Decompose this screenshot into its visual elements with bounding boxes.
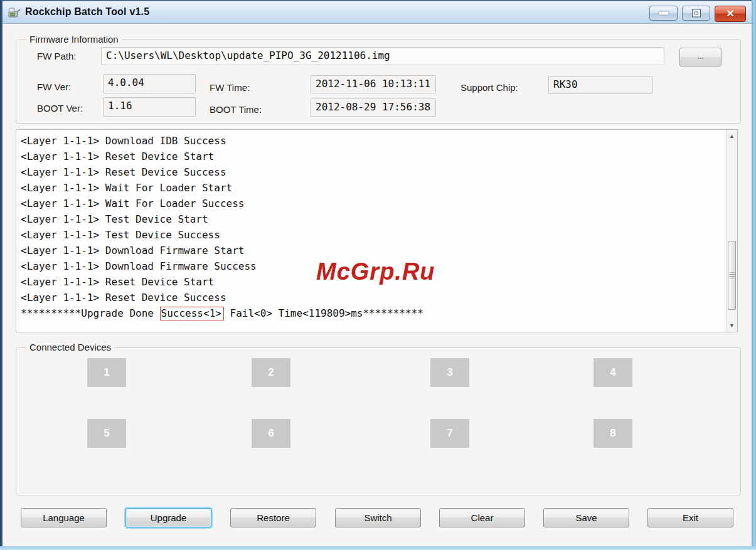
fw-ver-label: FW Ver: (37, 82, 71, 92)
device-slot: 8 (594, 419, 632, 448)
window-frame-left (0, 0, 3, 550)
device-slot: 7 (430, 419, 469, 448)
log-scrollbar[interactable]: ▲ ▼ (726, 130, 737, 332)
app-icon (8, 6, 21, 19)
device-slot: 3 (430, 358, 469, 387)
device-slot: 2 (252, 358, 290, 387)
support-chip-field[interactable]: RK30 (548, 76, 652, 94)
summary-success-highlight: Success<1> (160, 307, 224, 320)
log-output[interactable]: <Layer 1-1-1> Download IDB Success<Layer… (16, 129, 738, 332)
window-frame-right (752, 0, 756, 550)
log-line: <Layer 1-1-1> Download Firmware Start (21, 243, 722, 258)
log-line: <Layer 1-1-1> Wait For Loader Success (21, 196, 722, 211)
scroll-down-icon[interactable]: ▼ (727, 319, 737, 332)
minimize-icon (658, 11, 669, 16)
window-title: Rockchip Batch Tool v1.5 (25, 6, 149, 18)
boot-time-field[interactable]: 2012-08-29 17:56:38 (311, 98, 436, 117)
log-line: <Layer 1-1-1> Test Device Success (21, 227, 722, 243)
scroll-up-icon[interactable]: ▲ (727, 130, 737, 142)
support-chip-label: Support Chip: (461, 82, 518, 93)
log-line: <Layer 1-1-1> Reset Device Success (21, 164, 722, 180)
browse-button[interactable]: ... (679, 48, 721, 66)
connected-devices-group: Connected Devices 12345678 (16, 347, 741, 495)
devices-group-label: Connected Devices (26, 342, 114, 352)
device-slot: 5 (87, 419, 126, 448)
device-slot: 1 (87, 358, 126, 387)
summary-rest: Fail<0> Time<119809>ms********** (224, 307, 423, 319)
maximize-icon (692, 9, 701, 18)
clear-button[interactable]: Clear (439, 508, 525, 527)
log-line: <Layer 1-1-1> Wait For Loader Start (21, 180, 722, 196)
save-button[interactable]: Save (543, 508, 629, 527)
log-line: <Layer 1-1-1> Reset Device Start (21, 149, 722, 164)
thumb-grip-icon (729, 273, 735, 278)
firmware-information-group: Firmware Information FW Path: C:\Users\W… (16, 40, 741, 124)
close-button[interactable]: ✕ (715, 6, 746, 22)
log-line: <Layer 1-1-1> Test Device Start (21, 211, 722, 227)
restore-button[interactable]: Restore (230, 508, 316, 527)
watermark: McGrp.Ru (316, 258, 435, 285)
minimize-button[interactable] (649, 6, 678, 21)
log-line: <Layer 1-1-1> Reset Device Success (21, 290, 722, 305)
boot-ver-field[interactable]: 1.16 (103, 97, 196, 117)
upgrade-button[interactable]: Upgrade (125, 508, 211, 527)
app-window: Rockchip Batch Tool v1.5 ✕ Firmware Info… (0, 0, 756, 550)
fw-time-label: FW Time: (210, 82, 250, 93)
maximize-button[interactable] (682, 6, 710, 21)
title-bar[interactable]: Rockchip Batch Tool v1.5 ✕ (0, 0, 756, 24)
window-controls: ✕ (649, 6, 746, 22)
boot-ver-label: BOOT Ver: (37, 103, 83, 114)
firmware-group-label: Firmware Information (26, 34, 122, 45)
boot-time-label: BOOT Time: (210, 104, 262, 115)
fw-path-field[interactable]: C:\Users\WL\Desktop\update_PIPO_3G_20121… (101, 47, 664, 65)
fw-ver-field[interactable]: 4.0.04 (103, 74, 196, 93)
switch-button[interactable]: Switch (335, 508, 421, 527)
device-slot: 6 (252, 419, 290, 448)
language-button[interactable]: Language (21, 508, 107, 527)
log-line: <Layer 1-1-1> Download IDB Success (21, 133, 722, 149)
window-frame-bottom (0, 546, 756, 550)
close-icon: ✕ (726, 8, 734, 19)
scrollbar-thumb[interactable] (728, 241, 736, 310)
summary-prefix: **********Upgrade Done (21, 307, 160, 319)
device-slot: 4 (594, 358, 632, 387)
fw-path-label: FW Path: (37, 51, 77, 61)
fw-time-field[interactable]: 2012-11-06 10:13:11 (311, 75, 436, 93)
exit-button[interactable]: Exit (647, 508, 733, 527)
log-summary-line: **********Upgrade Done Success<1> Fail<0… (21, 305, 722, 321)
